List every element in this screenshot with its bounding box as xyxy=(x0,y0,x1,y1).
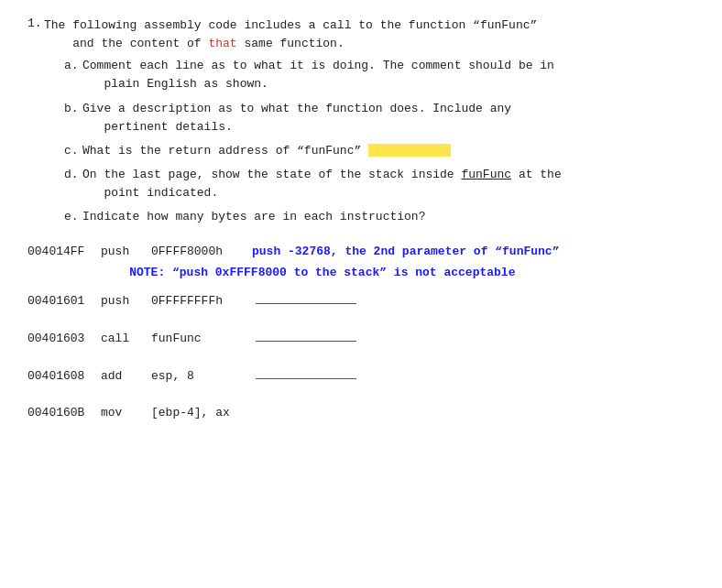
asm-comment-1: push -32768, the 2nd parameter of “funFu… xyxy=(252,243,559,262)
asm-addr-4: 00401608 xyxy=(27,367,101,387)
asm-row-2: 00401601 push 0FFFFFFFFh xyxy=(27,292,695,311)
asm-addr-1: 004014FF xyxy=(27,243,101,262)
spacer-1 xyxy=(27,313,695,330)
asm-operand-4: esp, 8 xyxy=(151,367,252,387)
sub-item-e: e. Indicate how many bytes are in each i… xyxy=(64,208,695,226)
asm-addr-5: 0040160B xyxy=(27,404,101,423)
asm-operand-2: 0FFFFFFFFh xyxy=(151,292,252,311)
asm-op-1: push xyxy=(101,243,151,262)
sub-letter-d: d. xyxy=(64,166,82,202)
sub-text-e: Indicate how many bytes are in each inst… xyxy=(82,208,425,226)
sub-text-b: Give a description as to what the functi… xyxy=(82,100,511,136)
asm-note-row: NOTE: “push 0xFFFF8000 to the stack” is … xyxy=(101,264,695,283)
asm-row-4: 00401608 add esp, 8 xyxy=(27,367,695,387)
sub-text-d: On the last page, show the state of the … xyxy=(82,166,562,202)
sub-item-c: c. What is the return address of “funFun… xyxy=(64,142,695,160)
asm-blank-3 xyxy=(256,341,356,342)
sub-item-d: d. On the last page, show the state of t… xyxy=(64,166,695,202)
question-number: 1. xyxy=(27,16,44,53)
asm-operand-5: [ebp-4], ax xyxy=(151,404,252,423)
sub-letter-a: a. xyxy=(64,57,82,93)
asm-blank-4 xyxy=(256,378,356,379)
question-main: 1. The following assembly code includes … xyxy=(27,16,695,53)
sub-text-c: What is the return address of “funFunc” xyxy=(82,142,451,160)
asm-op-5: mov xyxy=(101,404,151,423)
sub-item-a: a. Comment each line as to what it is do… xyxy=(64,57,695,93)
asm-op-2: push xyxy=(101,292,151,311)
asm-row-3: 00401603 call funFunc xyxy=(27,330,695,349)
q-text-line1: The following assembly code includes a c… xyxy=(44,18,537,32)
asm-row-1: 004014FF push 0FFFF8000h push -32768, th… xyxy=(27,243,695,262)
question-text: The following assembly code includes a c… xyxy=(44,16,537,53)
sub-item-b: b. Give a description as to what the fun… xyxy=(64,100,695,136)
asm-op-3: call xyxy=(101,330,151,349)
asm-blank-2 xyxy=(256,303,356,304)
question-block: 1. The following assembly code includes … xyxy=(27,16,695,226)
asm-row-5: 0040160B mov [ebp-4], ax xyxy=(27,404,695,423)
sub-letter-c: c. xyxy=(64,142,82,160)
highlight-blank xyxy=(368,144,451,157)
q-indent-line2 xyxy=(44,37,72,50)
sub-letter-e: e. xyxy=(64,208,82,226)
spacer-3 xyxy=(27,387,695,404)
sub-letter-b: b. xyxy=(64,100,82,136)
sub-text-a: Comment each line as to what it is doing… xyxy=(82,57,554,93)
asm-addr-3: 00401603 xyxy=(27,330,101,349)
assembly-section: 004014FF push 0FFFF8000h push -32768, th… xyxy=(27,243,695,423)
asm-operand-1: 0FFFF8000h xyxy=(151,243,252,262)
spacer-2 xyxy=(27,351,695,367)
funfunc-underline: funFunc xyxy=(461,168,511,181)
asm-addr-2: 00401601 xyxy=(27,292,101,311)
asm-operand-3: funFunc xyxy=(151,330,252,349)
q-text-line2: and the content of that same function. xyxy=(72,37,344,50)
asm-op-4: add xyxy=(101,367,151,387)
